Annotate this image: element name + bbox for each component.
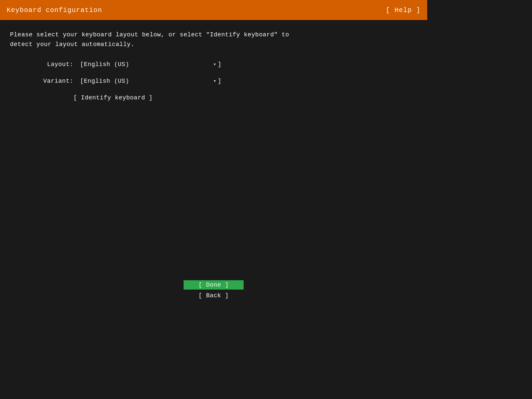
layout-bracket-open: [ [80, 61, 84, 68]
back-button[interactable]: [ Back ] [184, 291, 244, 300]
layout-row: Layout: [ English (US) ▾ ] [30, 61, 417, 68]
help-button[interactable]: [ Help ] [386, 6, 421, 14]
identify-keyboard-button[interactable]: [ Identify keyboard ] [73, 94, 417, 101]
layout-dropdown[interactable]: [ English (US) ▾ ] [80, 61, 222, 68]
layout-bracket-close: ] [218, 61, 221, 68]
variant-arrow: ▾ [213, 78, 216, 84]
description-text: Please select your keyboard layout below… [10, 30, 417, 49]
variant-bracket-open: [ [80, 78, 84, 84]
variant-value: English (US) [84, 78, 211, 84]
variant-row: Variant: [ English (US) ▾ ] [30, 78, 417, 84]
variant-dropdown[interactable]: [ English (US) ▾ ] [80, 78, 222, 84]
main-content: Please select your keyboard layout below… [0, 20, 427, 121]
layout-value: English (US) [84, 61, 211, 68]
layout-arrow: ▾ [213, 61, 216, 67]
bottom-buttons: [ Done ] [ Back ] [184, 280, 244, 300]
page-title: Keyboard configuration [7, 6, 102, 14]
layout-label: Layout: [30, 61, 73, 68]
variant-bracket-close: ] [218, 78, 221, 84]
variant-label: Variant: [30, 78, 73, 84]
done-button[interactable]: [ Done ] [184, 280, 244, 290]
form-area: Layout: [ English (US) ▾ ] Variant: [ En… [30, 61, 417, 101]
header-bar: Keyboard configuration [ Help ] [0, 0, 427, 20]
